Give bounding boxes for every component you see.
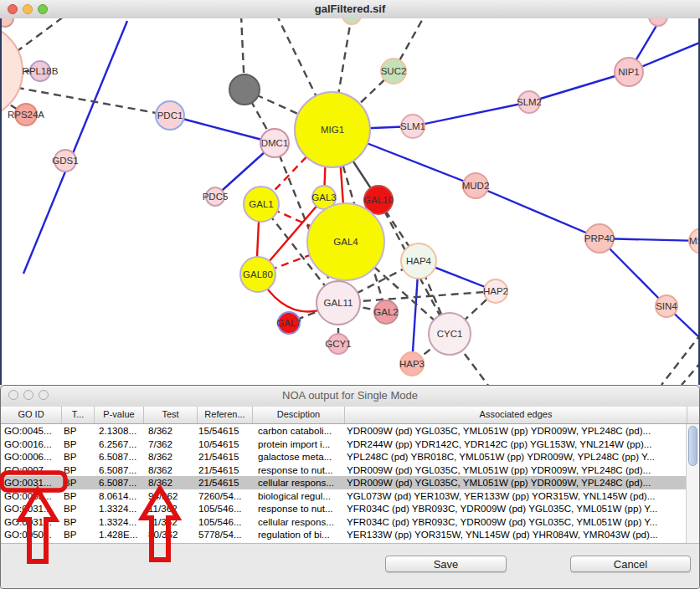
node-label-GAL7: GAL7 bbox=[276, 318, 301, 328]
cell: 8/362 bbox=[144, 424, 198, 438]
node-label-GAL80: GAL80 bbox=[243, 269, 273, 279]
column-header-desciption[interactable]: Desciption bbox=[253, 407, 345, 423]
node-label-GDS1: GDS1 bbox=[52, 156, 78, 166]
table-row[interactable]: GO:0006...BP6.5087...8/36221/54615galact… bbox=[1, 450, 687, 464]
cell: 8.0614... bbox=[95, 489, 144, 503]
network-window-titlebar: galFiltered.sif bbox=[0, 0, 700, 19]
table-row[interactable]: GO:0031...BP6.5087...8/36221/54615cellul… bbox=[1, 476, 687, 489]
cancel-button[interactable]: Cancel bbox=[570, 556, 691, 572]
table-row[interactable]: GO:0016...BP6.2567...7/36210/54615protei… bbox=[1, 438, 687, 451]
node-label-RPL18B: RPL18B bbox=[23, 66, 59, 76]
cell: YPL248C (pd) YBR018C, YML051W (pp) YDR00… bbox=[345, 450, 687, 464]
node-label-MIG1: MIG1 bbox=[321, 125, 344, 135]
node-label-SLM2: SLM2 bbox=[517, 97, 542, 107]
cell: 11/362 bbox=[144, 502, 198, 515]
cell: 1.3324... bbox=[95, 502, 144, 515]
scrollbar-thumb[interactable] bbox=[688, 426, 697, 466]
node-label-HAP2: HAP2 bbox=[483, 286, 508, 296]
node-unlabeled[interactable] bbox=[649, 18, 667, 26]
node-label-MSL1: MSL1 bbox=[689, 236, 698, 246]
cell: galactose meta... bbox=[253, 450, 345, 464]
node-unlabeled[interactable] bbox=[2, 18, 13, 27]
node-label-HAP3: HAP3 bbox=[399, 359, 425, 369]
node-label-SLM1: SLM1 bbox=[400, 121, 425, 131]
cell: BP bbox=[62, 424, 95, 438]
column-header-goid[interactable]: GO ID bbox=[1, 407, 62, 423]
cell: GO:0031... bbox=[1, 476, 62, 489]
node-unlabeled[interactable] bbox=[2, 23, 23, 119]
node-unlabeled[interactable] bbox=[342, 18, 361, 24]
vertical-scrollbar[interactable] bbox=[686, 424, 699, 543]
cell: BP bbox=[62, 515, 95, 529]
cell: 8/362 bbox=[144, 464, 198, 477]
network-canvas[interactable]: RPL18BRPS24AGDS1PDC1PDC5DMC1MIG1SUC2SLM1… bbox=[0, 18, 700, 385]
cell: YGL073W (pd) YER103W, YER133W (pp) YOR31… bbox=[345, 489, 687, 503]
cell: 21/54615 bbox=[198, 450, 253, 464]
table-body: GO:0045...BP2.1308...8/36215/54615carbon… bbox=[1, 424, 687, 543]
cell: GO:0045... bbox=[1, 424, 62, 438]
cell: BP bbox=[62, 464, 95, 477]
noa-footer: Save Cancel bbox=[1, 543, 699, 589]
cell: GO:0016... bbox=[1, 438, 62, 451]
node-label-GCY1: GCY1 bbox=[325, 339, 351, 349]
cell: YDR009W (pd) YGL035C, YML051W (pp) YDR00… bbox=[345, 476, 687, 489]
cell: response to nut... bbox=[253, 464, 345, 477]
cell: BP bbox=[62, 489, 95, 503]
cell: 21/54615 bbox=[198, 476, 253, 489]
cell: YFR034C (pd) YBR093C, YDR009W (pd) YGL03… bbox=[345, 502, 687, 515]
column-header-referen[interactable]: Referen... bbox=[198, 407, 253, 423]
cell: 6.2567... bbox=[95, 438, 144, 451]
cell: YFR034C (pd) YBR093C, YDR009W (pd) YGL03… bbox=[345, 515, 687, 529]
cell: 10/54615 bbox=[198, 438, 253, 451]
table-header: GO IDT...P-valueTestReferen...Desciption… bbox=[1, 407, 699, 424]
save-button[interactable]: Save bbox=[385, 556, 507, 572]
node-label-GAL10: GAL10 bbox=[363, 195, 394, 205]
node-label-PRP40: PRP40 bbox=[584, 233, 615, 243]
cell: BP bbox=[62, 438, 95, 451]
node-label-GAL4: GAL4 bbox=[333, 237, 358, 247]
column-header-pvalue[interactable]: P-value bbox=[95, 407, 144, 423]
cell: GO:0031... bbox=[1, 515, 62, 529]
cell: BP bbox=[62, 502, 95, 515]
node-label-DMC1: DMC1 bbox=[261, 138, 289, 148]
node-label-HAP4: HAP4 bbox=[406, 256, 432, 266]
cell: 105/546... bbox=[198, 502, 253, 515]
cell: cellular respons... bbox=[253, 515, 345, 529]
edge bbox=[661, 333, 698, 385]
cell: 80/362 bbox=[144, 528, 198, 541]
column-header-test[interactable]: Test bbox=[144, 407, 198, 423]
cell: 5778/54... bbox=[198, 528, 253, 541]
node-label-GAL11: GAL11 bbox=[324, 298, 353, 308]
edge bbox=[529, 72, 629, 102]
cell: 6.5087... bbox=[95, 450, 144, 464]
cell: YDR009W (pd) YGL035C, YML051W (pp) YDR00… bbox=[345, 464, 687, 477]
node-label-SUC2: SUC2 bbox=[381, 66, 407, 76]
table-row[interactable]: GO:0007...BP6.5087...8/36221/54615respon… bbox=[1, 464, 687, 477]
column-header-t[interactable]: T... bbox=[62, 407, 95, 423]
column-header-associatededges[interactable]: Associated edges bbox=[345, 407, 687, 423]
node-label-RPS24A: RPS24A bbox=[8, 110, 44, 120]
edge bbox=[23, 21, 127, 274]
edge bbox=[682, 361, 698, 385]
cell: GO:0007... bbox=[1, 464, 62, 477]
cell: protein import i... bbox=[253, 438, 345, 451]
cell: BP bbox=[62, 528, 95, 541]
node-label-GAL3: GAL3 bbox=[311, 192, 336, 202]
table-row[interactable]: GO:0050...BP1.428E...80/3625778/54...reg… bbox=[1, 528, 687, 541]
cell: carbon cataboli... bbox=[253, 424, 345, 438]
node-unlabeled[interactable] bbox=[229, 74, 260, 105]
node-label-CYC1: CYC1 bbox=[437, 329, 463, 339]
cell: 15/54615 bbox=[198, 424, 253, 438]
table-row[interactable]: GO:0031...BP1.3324...11/362105/546...cel… bbox=[1, 515, 687, 529]
cell: 105/546... bbox=[198, 515, 253, 529]
table-row[interactable]: GO:0065...BP8.0614...94/3627260/54...bio… bbox=[1, 489, 687, 503]
cell: BP bbox=[62, 450, 95, 464]
cell: regulation of bi... bbox=[253, 528, 345, 541]
table-row[interactable]: GO:0031...BP1.3324...11/362105/546...res… bbox=[1, 502, 687, 515]
network-window-title: galFiltered.sif bbox=[0, 3, 700, 15]
table-row[interactable]: GO:0045...BP2.1308...8/36215/54615carbon… bbox=[1, 424, 687, 438]
cell: GO:0065... bbox=[1, 489, 62, 503]
cell: 8/362 bbox=[144, 450, 198, 464]
network-graph: RPL18BRPS24AGDS1PDC1PDC5DMC1MIG1SUC2SLM1… bbox=[2, 18, 698, 385]
cell: GO:0006... bbox=[1, 450, 62, 464]
